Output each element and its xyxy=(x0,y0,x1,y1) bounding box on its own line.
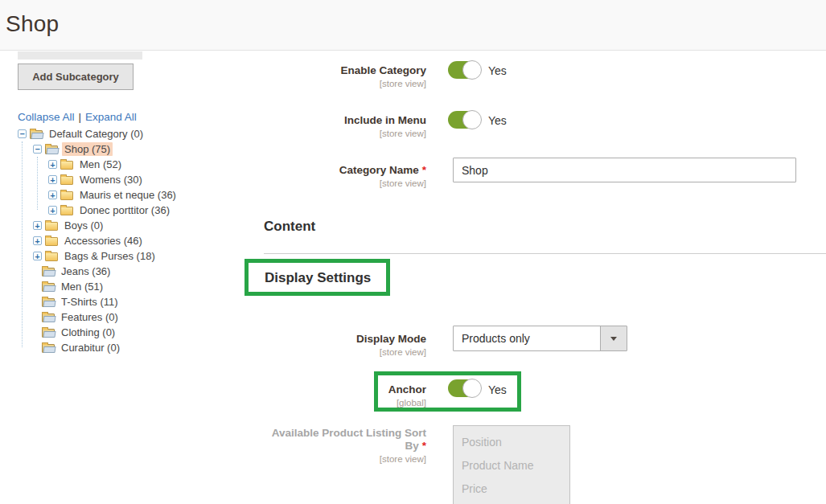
tree-item-label[interactable]: Boys (0) xyxy=(62,219,105,232)
tree-item[interactable]: Curabitur (0) xyxy=(0,340,241,355)
tree-item[interactable]: Features (0) xyxy=(0,309,241,325)
tree-item[interactable]: +Bags & Purses (18) xyxy=(0,248,241,264)
folder-open-icon xyxy=(42,313,55,322)
toggle-knob-icon xyxy=(462,379,482,398)
display-mode-label: Display Mode xyxy=(356,333,426,345)
sort-by-scope: [store view] xyxy=(185,453,426,465)
required-asterisk: * xyxy=(422,164,426,176)
sort-by-option[interactable]: Price xyxy=(454,477,569,501)
folder-open-icon xyxy=(42,283,55,292)
tree-item-label[interactable]: Jeans (36) xyxy=(59,264,113,278)
tree-item-label[interactable]: Mauris et neque (36) xyxy=(77,188,179,202)
cut-off-button[interactable] xyxy=(18,51,142,59)
tree-item[interactable]: −Shop (75) xyxy=(0,141,241,157)
category-name-label: Category Name xyxy=(339,164,419,176)
collapse-all-link[interactable]: Collapse All xyxy=(18,111,75,123)
collapse-node-icon[interactable]: − xyxy=(18,129,27,138)
toggle-knob-icon xyxy=(462,110,482,129)
content-section-heading[interactable]: Content xyxy=(264,219,315,235)
expand-node-icon[interactable]: + xyxy=(33,252,42,260)
page-header: Shop xyxy=(0,0,826,51)
tree-item-label[interactable]: Donec porttitor (36) xyxy=(77,203,172,217)
tree-item[interactable]: −Default Category (0) xyxy=(0,126,241,141)
tree-item-label[interactable]: Womens (30) xyxy=(77,173,145,186)
tree-item-label[interactable]: Clothing (0) xyxy=(59,326,117,339)
folder-open-icon xyxy=(42,344,55,353)
required-asterisk: * xyxy=(422,440,426,452)
include-in-menu-label: Include in Menu xyxy=(344,114,426,126)
expand-node-icon[interactable]: + xyxy=(48,206,57,215)
expand-node-icon[interactable]: + xyxy=(48,191,57,199)
add-subcategory-button[interactable]: Add Subcategory xyxy=(18,64,134,90)
toggle-knob-icon xyxy=(462,60,482,80)
folder-icon xyxy=(60,207,73,215)
display-mode-selected-value: Products only xyxy=(462,326,530,350)
folder-open-icon xyxy=(42,268,55,277)
anchor-value: Yes xyxy=(488,383,507,396)
sort-by-multiselect[interactable]: PositionProduct NamePrice xyxy=(453,425,570,504)
collapse-node-icon[interactable]: − xyxy=(33,145,42,154)
expand-node-icon[interactable]: + xyxy=(33,221,42,230)
anchor-scope: [global] xyxy=(185,397,426,409)
tree-item-label[interactable]: Accessories (46) xyxy=(62,234,145,248)
tree-item[interactable]: T-Shirts (11) xyxy=(0,294,241,309)
folder-open-icon xyxy=(45,145,58,154)
folder-icon xyxy=(60,191,73,200)
tree-item-label[interactable]: T-Shirts (11) xyxy=(59,295,121,309)
tree-item-label[interactable]: Bags & Purses (18) xyxy=(62,249,158,263)
tree-item[interactable]: Clothing (0) xyxy=(0,325,241,340)
folder-icon xyxy=(60,176,73,185)
display-settings-section-heading[interactable]: Display Settings xyxy=(265,270,371,286)
tree-item-label[interactable]: Default Category (0) xyxy=(47,127,146,141)
category-name-input[interactable] xyxy=(453,158,796,182)
folder-open-icon xyxy=(30,130,43,139)
expand-node-icon[interactable]: + xyxy=(48,175,57,184)
tree-item-label[interactable]: Curabitur (0) xyxy=(59,341,122,354)
tree-item[interactable]: +Men (52) xyxy=(0,157,241,172)
section-divider xyxy=(264,253,826,254)
dropdown-arrow-icon[interactable] xyxy=(600,326,627,350)
folder-open-icon xyxy=(42,298,55,307)
folder-icon xyxy=(45,237,58,246)
sort-by-label-line2: By xyxy=(405,440,418,452)
tree-item[interactable]: +Donec porttitor (36) xyxy=(0,203,241,218)
page-title: Shop xyxy=(6,11,59,37)
anchor-toggle[interactable] xyxy=(448,379,481,397)
enable-category-value: Yes xyxy=(488,64,507,77)
tree-item-label[interactable]: Men (51) xyxy=(59,280,105,293)
sort-by-option[interactable]: Position xyxy=(454,431,569,454)
links-separator: | xyxy=(79,111,82,123)
tree-item-label[interactable]: Men (52) xyxy=(77,158,124,171)
tree-item[interactable]: +Boys (0) xyxy=(0,218,241,233)
sort-by-label-line1: Available Product Listing Sort xyxy=(272,427,426,439)
include-in-menu-toggle[interactable] xyxy=(448,111,481,129)
anchor-label-block: Anchor [global] xyxy=(185,383,426,409)
folder-icon xyxy=(45,222,58,231)
folder-open-icon xyxy=(42,329,55,338)
tree-item[interactable]: +Mauris et neque (36) xyxy=(0,187,241,203)
enable-category-toggle[interactable] xyxy=(448,61,481,79)
tree-item-label[interactable]: Shop (75) xyxy=(62,142,113,156)
sort-by-option[interactable]: Product Name xyxy=(454,454,569,477)
tree-links: Collapse All|Expand All xyxy=(18,111,137,123)
sort-by-label-block: Available Product Listing Sort By* [stor… xyxy=(185,426,426,465)
anchor-label: Anchor xyxy=(388,383,426,395)
tree-item[interactable]: Jeans (36) xyxy=(0,264,241,279)
enable-category-scope: [store view] xyxy=(185,78,426,90)
enable-category-label-block: Enable Category [store view] xyxy=(185,64,426,90)
display-mode-select[interactable]: Products only xyxy=(453,326,627,351)
tree-item[interactable]: +Womens (30) xyxy=(0,172,241,187)
enable-category-label: Enable Category xyxy=(340,64,426,76)
tree-item[interactable]: +Accessories (46) xyxy=(0,233,241,248)
include-in-menu-value: Yes xyxy=(488,114,507,127)
folder-icon xyxy=(60,161,73,170)
folder-icon xyxy=(45,252,58,261)
tree-item[interactable]: Men (51) xyxy=(0,279,241,294)
expand-all-link[interactable]: Expand All xyxy=(85,111,137,123)
expand-node-icon[interactable]: + xyxy=(48,160,57,169)
expand-node-icon[interactable]: + xyxy=(33,236,42,245)
tree-item-label[interactable]: Features (0) xyxy=(59,310,121,324)
category-tree: −Default Category (0)−Shop (75)+Men (52)… xyxy=(0,126,241,355)
